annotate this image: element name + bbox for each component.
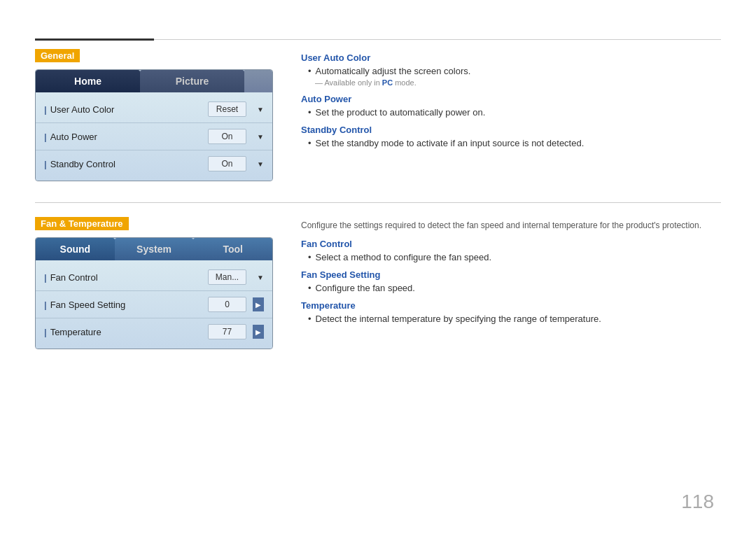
desc-bullet-auto-power: Set the product to automatically power o…: [308, 107, 721, 118]
desc-text-fan-speed: Configure the fan speed.: [316, 283, 415, 293]
general-right: User Auto Color Automatically adjust the…: [301, 49, 721, 181]
desc-bullet-fan-speed: Configure the fan speed.: [308, 283, 721, 293]
page-container: General Home Picture User: [0, 0, 756, 534]
fan-header-desc: Configure the settings required to detec…: [301, 220, 721, 230]
row-fan-control: Fan Control Man... ▼: [36, 264, 272, 291]
value-standby-control: On ▼: [208, 156, 264, 171]
fan-left: Fan & Temperature Sound System Tool: [35, 217, 273, 349]
desc-title-standby-control: Standby Control: [301, 125, 721, 135]
dropdown-arrow-fan[interactable]: ▼: [257, 274, 264, 281]
mid-divider: [35, 202, 721, 203]
desc-note-user-auto-color: — Available only in PC mode.: [315, 78, 721, 87]
value-reset[interactable]: Reset: [208, 101, 246, 117]
row-temperature: Temperature 77 ▶: [36, 318, 272, 345]
value-fan-speed: 0 ▶: [208, 297, 264, 312]
tab-system[interactable]: System: [115, 238, 194, 260]
page-number: 118: [681, 491, 714, 513]
fan-temperature-section: Fan & Temperature Sound System Tool: [35, 217, 721, 349]
general-label: General: [35, 49, 80, 62]
dropdown-arrow-reset[interactable]: ▼: [257, 106, 264, 113]
tab-sound[interactable]: Sound: [36, 238, 115, 260]
divider-dark: [35, 38, 154, 41]
pc-highlight: PC: [382, 78, 393, 87]
value-fan-speed-val[interactable]: 0: [208, 297, 246, 312]
value-auto-power: On ▼: [208, 129, 264, 144]
desc-text-user-auto-color: Automatically adjust the screen colors.: [316, 66, 471, 76]
fan-rows: Fan Control Man... ▼ Fan Speed Setting 0: [36, 260, 272, 349]
desc-bullet-fan-control: Select a method to configure the fan spe…: [308, 252, 721, 262]
fan-menu-panel: Sound System Tool Fan Control: [35, 237, 273, 349]
fan-right: Configure the settings required to detec…: [301, 217, 721, 349]
desc-title-temperature: Temperature: [301, 300, 721, 311]
desc-text-temperature: Detect the internal temperature by speci…: [316, 314, 601, 324]
desc-title-user-auto-color: User Auto Color: [301, 52, 721, 63]
label-standby-control: Standby Control: [44, 159, 115, 169]
tab-home[interactable]: Home: [36, 70, 140, 92]
row-standby-control: Standby Control On ▼: [36, 150, 272, 177]
label-user-auto-color: User Auto Color: [44, 104, 114, 115]
fan-content: Fan & Temperature Sound System Tool: [35, 217, 721, 349]
value-on-standby[interactable]: On: [208, 156, 246, 171]
value-user-auto-color: Reset ▼: [208, 101, 264, 117]
desc-bullet-temperature: Detect the internal temperature by speci…: [308, 314, 721, 324]
desc-text-fan-control: Select a method to configure the fan spe…: [316, 252, 492, 262]
top-divider: [35, 38, 721, 40]
label-fan-control: Fan Control: [44, 272, 98, 283]
value-man[interactable]: Man...: [208, 269, 246, 285]
desc-bullet-standby-control: Set the standby mode to activate if an i…: [308, 138, 721, 148]
fan-speed-increment[interactable]: ▶: [253, 297, 264, 311]
desc-title-auto-power: Auto Power: [301, 94, 721, 104]
value-temperature-val[interactable]: 77: [208, 324, 246, 339]
value-fan-control: Man... ▼: [208, 269, 264, 285]
fan-tabs: Sound System Tool: [36, 238, 272, 260]
general-left: General Home Picture User: [35, 49, 273, 181]
general-rows: User Auto Color Reset ▼ Auto Power On: [36, 92, 272, 181]
general-menu-panel: Home Picture User Auto Color Reset: [35, 69, 273, 181]
row-auto-power: Auto Power On ▼: [36, 123, 272, 150]
general-tabs: Home Picture: [36, 70, 272, 92]
row-user-auto-color: User Auto Color Reset ▼: [36, 96, 272, 123]
general-content: General Home Picture User: [35, 49, 721, 181]
label-auto-power: Auto Power: [44, 132, 97, 142]
dropdown-arrow-autopower[interactable]: ▼: [257, 133, 264, 141]
desc-title-fan-speed: Fan Speed Setting: [301, 269, 721, 280]
desc-text-auto-power: Set the product to automatically power o…: [316, 107, 486, 118]
general-section: General Home Picture User: [35, 49, 721, 181]
label-fan-speed: Fan Speed Setting: [44, 300, 125, 310]
row-fan-speed: Fan Speed Setting 0 ▶: [36, 291, 272, 318]
tab-tool[interactable]: Tool: [193, 238, 272, 260]
divider-light: [154, 39, 721, 40]
desc-title-fan-control: Fan Control: [301, 239, 721, 249]
dropdown-arrow-standby[interactable]: ▼: [257, 160, 264, 168]
fan-label: Fan & Temperature: [35, 217, 129, 230]
tab-picture[interactable]: Picture: [140, 70, 244, 92]
value-on-autopower[interactable]: On: [208, 129, 246, 144]
temperature-increment[interactable]: ▶: [253, 325, 264, 339]
label-temperature: Temperature: [44, 327, 102, 337]
desc-text-standby-control: Set the standby mode to activate if an i…: [316, 138, 584, 148]
tab-placeholder: [244, 70, 272, 92]
value-temperature: 77 ▶: [208, 324, 264, 339]
desc-bullet-user-auto-color: Automatically adjust the screen colors.: [308, 66, 721, 76]
